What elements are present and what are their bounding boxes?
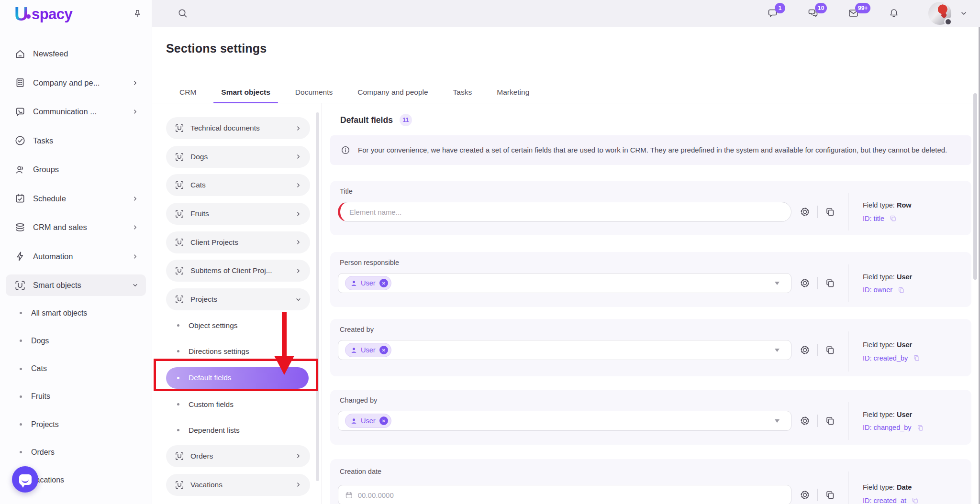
smart-object-icon xyxy=(175,480,184,490)
profile-menu-button[interactable] xyxy=(959,9,969,18)
dropdown-caret-icon[interactable] xyxy=(775,282,780,285)
field-type: Field type: User xyxy=(863,341,921,349)
chip-remove-button[interactable]: ✕ xyxy=(379,279,388,287)
section-card-subitems-of-client-projects[interactable]: Subitems of Client Proj... xyxy=(166,260,310,282)
tab-company-and-people[interactable]: Company and people xyxy=(357,82,428,103)
sidebar-subitem-cats[interactable]: Cats xyxy=(0,359,152,378)
sidebar-subitem-dogs[interactable]: Dogs xyxy=(0,331,152,351)
sidebar-item-automation[interactable]: Automation xyxy=(6,246,146,267)
user-chip: User ✕ xyxy=(345,414,391,428)
field-card-person-responsible: Person responsible User ✕ xyxy=(330,252,971,307)
chevron-down-icon xyxy=(294,296,302,304)
person-responsible-select[interactable]: User ✕ xyxy=(338,273,791,293)
sidebar-item-groups[interactable]: Groups xyxy=(6,159,146,180)
page-title: Sections settings xyxy=(166,42,267,55)
intercom-chat-button[interactable] xyxy=(12,466,38,493)
section-card-fruits[interactable]: Fruits xyxy=(166,203,310,225)
field-settings-button[interactable] xyxy=(799,277,811,289)
section-subitem-dependent-lists[interactable]: Dependent lists xyxy=(166,422,322,439)
sidebar-subitem-orders[interactable]: Orders xyxy=(0,443,152,462)
section-card-cats[interactable]: Cats xyxy=(166,174,310,196)
sidebar-subitem-all-smart-objects[interactable]: All smart objects xyxy=(0,304,152,323)
chip-remove-button[interactable]: ✕ xyxy=(379,416,388,425)
section-subitem-object-settings[interactable]: Object settings xyxy=(166,317,322,334)
smart-object-icon xyxy=(175,123,184,133)
section-card-dogs[interactable]: Dogs xyxy=(166,146,310,168)
section-subitem-directions-settings[interactable]: Directions settings xyxy=(166,343,322,360)
creation-date-input[interactable] xyxy=(353,485,791,504)
section-card-vacations[interactable]: Vacations xyxy=(166,474,310,496)
section-subitem-label: Object settings xyxy=(189,321,238,330)
dropdown-caret-icon[interactable] xyxy=(775,349,780,352)
section-subitem-default-fields-active[interactable]: Default fields xyxy=(166,367,309,389)
bullet-dot xyxy=(20,451,22,453)
group-chat-button[interactable]: 10 xyxy=(808,8,819,19)
field-copy-button[interactable] xyxy=(824,344,836,356)
field-type: Field type: User xyxy=(863,273,912,281)
section-card-projects[interactable]: Projects xyxy=(166,288,310,310)
bullet-dot xyxy=(20,368,22,370)
field-settings-button[interactable] xyxy=(799,415,811,427)
people-icon xyxy=(14,164,26,175)
section-card-label: Client Projects xyxy=(190,238,238,247)
house-icon xyxy=(14,48,26,60)
logo-u-glyph: U xyxy=(14,4,27,23)
chip-label: User xyxy=(361,279,376,287)
field-settings-button[interactable] xyxy=(799,206,811,218)
field-copy-button[interactable] xyxy=(824,489,836,501)
field-settings-button[interactable] xyxy=(799,489,811,501)
section-subitem-label: Default fields xyxy=(189,373,232,382)
section-card-technical-documents[interactable]: Technical documents xyxy=(166,117,310,139)
user-avatar[interactable] xyxy=(928,2,951,25)
field-card-created-by: Created by User ✕ xyxy=(330,319,971,376)
copy-id-icon[interactable] xyxy=(911,496,919,504)
search-button[interactable] xyxy=(177,8,189,19)
chat-button[interactable]: 1 xyxy=(768,8,779,19)
section-card-label: Orders xyxy=(190,452,213,460)
copy-id-icon[interactable] xyxy=(913,354,921,362)
left-sidebar: U spacy Newsfeed Company and pe... xyxy=(0,0,152,504)
chevron-right-icon xyxy=(294,153,302,161)
copy-id-icon[interactable] xyxy=(916,424,924,432)
sidebar-item-company-and-people[interactable]: Company and pe... xyxy=(6,72,146,94)
dropdown-caret-icon[interactable] xyxy=(775,419,780,423)
copy-icon xyxy=(824,277,836,289)
sidebar-subitem-fruits[interactable]: Fruits xyxy=(0,387,152,406)
field-copy-button[interactable] xyxy=(824,277,836,289)
topbar-actions: 1 10 99+ xyxy=(768,2,969,25)
sidebar-subitem-label: All smart objects xyxy=(31,309,87,318)
tab-crm[interactable]: CRM xyxy=(179,82,196,103)
pin-sidebar-button[interactable] xyxy=(133,9,142,19)
tab-smart-objects[interactable]: Smart objects xyxy=(221,82,270,103)
sidebar-item-tasks[interactable]: Tasks xyxy=(6,130,146,152)
mail-button[interactable]: 99+ xyxy=(848,8,859,19)
sidebar-item-communication[interactable]: Communication ... xyxy=(6,101,146,122)
logo[interactable]: U spacy xyxy=(0,0,152,28)
created-by-select[interactable]: User ✕ xyxy=(338,340,791,360)
sidebar-item-smart-objects[interactable]: Smart objects xyxy=(6,274,146,296)
field-settings-button[interactable] xyxy=(799,344,811,356)
sidebar-item-crm-and-sales[interactable]: CRM and sales xyxy=(6,217,146,238)
tab-tasks[interactable]: Tasks xyxy=(453,82,472,103)
section-card-orders[interactable]: Orders xyxy=(166,445,310,467)
section-card-client-projects[interactable]: Client Projects xyxy=(166,231,310,253)
tab-documents[interactable]: Documents xyxy=(295,82,333,103)
copy-icon xyxy=(824,489,836,501)
sections-scrollbar[interactable] xyxy=(316,112,319,481)
sidebar-item-newsfeed[interactable]: Newsfeed xyxy=(6,43,146,65)
field-id: ID: owner xyxy=(863,286,912,294)
window-scrollbar-thumb[interactable] xyxy=(973,93,977,280)
changed-by-select[interactable]: User ✕ xyxy=(338,411,791,431)
field-copy-button[interactable] xyxy=(824,415,836,427)
sidebar-item-schedule[interactable]: Schedule xyxy=(6,188,146,209)
field-copy-button[interactable] xyxy=(824,206,836,218)
section-subitem-custom-fields[interactable]: Custom fields xyxy=(166,396,322,413)
copy-id-icon[interactable] xyxy=(897,286,905,294)
tab-marketing[interactable]: Marketing xyxy=(497,82,529,103)
notifications-button[interactable] xyxy=(888,8,900,19)
title-input[interactable] xyxy=(340,202,791,221)
sidebar-subitem-projects[interactable]: Projects xyxy=(0,415,152,434)
copy-id-icon[interactable] xyxy=(889,214,897,222)
chip-remove-button[interactable]: ✕ xyxy=(379,346,388,354)
person-icon xyxy=(350,417,357,425)
